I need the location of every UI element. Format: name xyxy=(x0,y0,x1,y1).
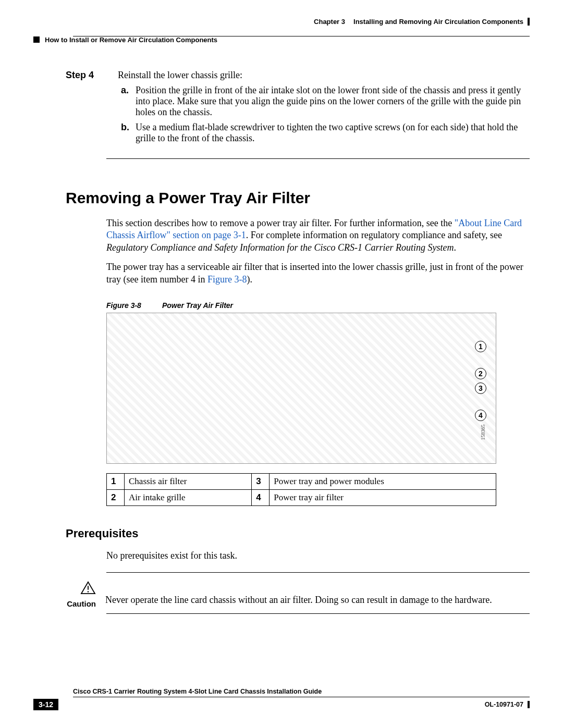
callout-3: 3 xyxy=(475,382,486,394)
substep-label: a. xyxy=(121,85,130,118)
section-para-2: The power tray has a serviceable air fil… xyxy=(106,261,530,286)
caution-icon xyxy=(80,581,96,597)
book-title: Regulatory Compliance and Safety Informa… xyxy=(106,242,454,253)
page-header: Chapter 3 Installing and Removing Air Ci… xyxy=(33,18,530,26)
substep-text: Use a medium flat-blade screwdriver to t… xyxy=(136,122,530,144)
svg-point-1 xyxy=(88,591,89,593)
legend-text: Air intake grille xyxy=(125,489,252,505)
figure-file-number: 158365 xyxy=(480,425,486,440)
legend-text: Power tray and power modules xyxy=(270,473,496,489)
document-number: OL-10971-07 xyxy=(485,701,530,708)
caution-label: Caution xyxy=(67,599,96,608)
caution-block: Caution Never operate the line card chas… xyxy=(66,581,530,608)
step-4b: b. Use a medium flat-blade screwdriver t… xyxy=(121,122,530,144)
section-para-1: This section describes how to remove a p… xyxy=(106,217,530,254)
main-content: Step 4 Reinstall the lower chassis grill… xyxy=(33,36,530,614)
figure-caption: Figure 3-8 Power Tray Air Filter xyxy=(106,301,530,310)
section-breadcrumb: How to Install or Remove Air Circulation… xyxy=(45,36,217,44)
guide-title: Cisco CRS-1 Carrier Routing System 4-Slo… xyxy=(73,688,530,697)
prereq-text: No prerequisites exist for this task. xyxy=(106,550,530,562)
step-text: Reinstall the lower chassis grille: xyxy=(118,70,530,81)
figure-xref-link[interactable]: Figure 3-8 xyxy=(207,274,247,285)
callout-2: 2 xyxy=(475,368,486,379)
legend-num: 4 xyxy=(252,489,270,505)
caution-text: Never operate the line card chassis with… xyxy=(105,595,530,606)
chapter-title: Installing and Removing Air Circulation … xyxy=(353,18,523,26)
figure-label: Figure 3-8 xyxy=(106,301,141,310)
legend-num: 1 xyxy=(107,473,125,489)
step-4a: a. Position the grille in front of the a… xyxy=(121,85,530,118)
substep-text: Position the grille in front of the air … xyxy=(136,85,530,118)
step-label: Step 4 xyxy=(66,70,107,81)
callout-1: 1 xyxy=(475,341,486,352)
legend-text: Chassis air filter xyxy=(125,473,252,489)
page-number: 3-12 xyxy=(33,699,58,710)
prerequisites-heading: Prerequisites xyxy=(66,527,530,540)
callout-4: 4 xyxy=(475,410,486,421)
table-row: 1 Chassis air filter 3 Power tray and po… xyxy=(107,473,496,489)
header-square-icon xyxy=(33,36,40,43)
figure-image: 1 2 3 4 158365 xyxy=(106,313,496,464)
legend-num: 3 xyxy=(252,473,270,489)
figure-legend-table: 1 Chassis air filter 3 Power tray and po… xyxy=(106,473,496,506)
step-4: Step 4 Reinstall the lower chassis grill… xyxy=(33,70,530,81)
legend-text: Power tray air filter xyxy=(270,489,496,505)
figure-title: Power Tray Air Filter xyxy=(162,301,233,310)
table-row: 2 Air intake grille 4 Power tray air fil… xyxy=(107,489,496,505)
substep-label: b. xyxy=(121,122,130,144)
chapter-label: Chapter 3 xyxy=(314,18,345,26)
legend-num: 2 xyxy=(107,489,125,505)
page-footer: Cisco CRS-1 Carrier Routing System 4-Slo… xyxy=(33,688,530,710)
section-heading: Removing a Power Tray Air Filter xyxy=(66,189,530,207)
